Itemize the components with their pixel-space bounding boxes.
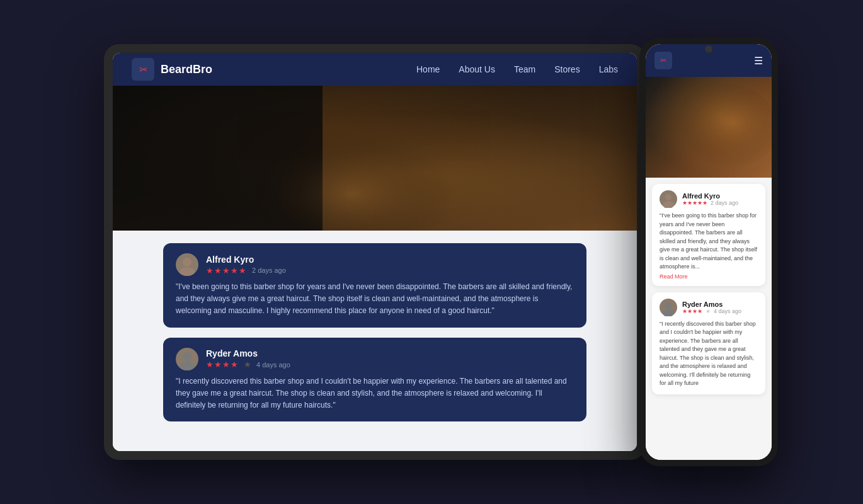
phone-reviews-section: Alfred Kyro ★★★★★ 2 days ago "I've been …: [646, 178, 772, 460]
scissors-icon: ✂: [139, 64, 147, 76]
phone-review-text-1: "I've been going to this barber shop for…: [660, 212, 758, 272]
tablet-screen: ✂ BeardBro Home About Us Team Stores Lab…: [113, 53, 637, 451]
review-meta-1: ★★★★★ 2 days ago: [206, 266, 574, 275]
svg-point-1: [183, 258, 191, 266]
phone-reviewer-name-2: Ryder Amos: [682, 301, 741, 308]
phone-review-header-2: Ryder Amos ★★★★★ 4 days ago: [660, 299, 758, 316]
review-date-2: 4 days ago: [256, 361, 290, 369]
phone-star-dim-2: ★: [706, 308, 711, 314]
review-card-1: Alfred Kyro ★★★★★ 2 days ago "I've been …: [163, 243, 586, 328]
brand-name: BeardBro: [161, 63, 212, 76]
tablet-reviews-section: Alfred Kyro ★★★★★ 2 days ago "I've been …: [113, 231, 637, 451]
avatar-icon-2: [176, 348, 198, 370]
review-meta-2: ★★★★★ 4 days ago: [206, 360, 574, 369]
reviewer-info-1: Alfred Kyro ★★★★★ 2 days ago: [206, 255, 574, 275]
brand-logo: ✂: [132, 58, 154, 81]
svg-point-8: [665, 302, 672, 309]
reviewer-name-1: Alfred Kyro: [206, 255, 574, 265]
phone-review-card-1: Alfred Kyro ★★★★★ 2 days ago "I've been …: [652, 184, 765, 286]
phone-review-meta-2: ★★★★★ 4 days ago: [682, 308, 741, 314]
phone-device: ✂ ☰: [639, 38, 778, 466]
phone-review-meta-1: ★★★★★ 2 days ago: [682, 200, 738, 206]
phone-avatar-1: [660, 190, 677, 208]
nav-about[interactable]: About Us: [459, 64, 495, 74]
nav-stores[interactable]: Stores: [554, 64, 580, 74]
avatar-icon-1: [176, 253, 198, 276]
hero-decoration: [113, 86, 637, 231]
review-header-1: Alfred Kyro ★★★★★ 2 days ago: [176, 253, 574, 276]
review-header-2: Ryder Amos ★★★★★ 4 days ago: [176, 348, 574, 370]
svg-point-0: [239, 111, 491, 231]
phone-reviewer-name-1: Alfred Kyro: [682, 192, 738, 200]
phone-review-text-2: "I recently discovered this barber shop …: [660, 320, 758, 388]
phone-stars-1: ★★★★★: [682, 200, 707, 206]
nav-team[interactable]: Team: [514, 64, 535, 74]
phone-review-card-2: Ryder Amos ★★★★★ 4 days ago "I recently …: [652, 292, 765, 394]
svg-point-2: [180, 267, 195, 276]
reviewer-info-2: Ryder Amos ★★★★★ 4 days ago: [206, 348, 574, 369]
phone-review-header-1: Alfred Kyro ★★★★★ 2 days ago: [660, 190, 758, 208]
svg-point-3: [183, 352, 191, 361]
svg-point-9: [663, 309, 674, 316]
hamburger-icon[interactable]: ☰: [754, 55, 763, 67]
tablet-device: ✂ BeardBro Home About Us Team Stores Lab…: [104, 44, 646, 460]
phone-screen: ✂ ☰: [646, 44, 772, 460]
hero-bg: [113, 86, 637, 231]
review-text-2: "I recently discovered this barber shop …: [176, 375, 574, 412]
svg-point-7: [663, 201, 674, 208]
svg-point-4: [180, 362, 195, 370]
phone-reviewer-info-2: Ryder Amos ★★★★★ 4 days ago: [682, 301, 741, 314]
nav-home[interactable]: Home: [416, 64, 440, 74]
brand: ✂ BeardBro: [132, 58, 212, 81]
phone-stars-2: ★★★★: [682, 308, 702, 314]
review-card-2: Ryder Amos ★★★★★ 4 days ago "I recently …: [163, 338, 586, 422]
phone-hero: [646, 77, 772, 178]
nav-labs[interactable]: Labs: [599, 64, 618, 74]
read-more-link-1[interactable]: Read More: [660, 273, 758, 280]
phone-date-1: 2 days ago: [711, 200, 738, 206]
avatar-1: [176, 253, 198, 276]
stars-1: ★★★★★: [206, 266, 247, 275]
phone-scissors-icon: ✂: [660, 56, 666, 65]
phone-avatar-2: [660, 299, 677, 316]
stars-2: ★★★★: [206, 360, 239, 369]
reviewer-name-2: Ryder Amos: [206, 348, 574, 358]
phone-notch: [705, 45, 712, 53]
svg-point-6: [665, 194, 672, 200]
svg-point-5: [665, 83, 772, 171]
star-dim-2: ★: [244, 360, 251, 369]
phone-date-2: 4 days ago: [714, 308, 741, 314]
tablet-navbar: ✂ BeardBro Home About Us Team Stores Lab…: [113, 53, 637, 86]
review-date-1: 2 days ago: [252, 266, 286, 274]
review-text-1: "I've been going to this barber shop for…: [176, 281, 574, 318]
avatar-2: [176, 348, 198, 370]
phone-avatar-icon-1: [660, 190, 677, 208]
scene: ✂ BeardBro Home About Us Team Stores Lab…: [85, 25, 778, 479]
phone-reviewer-info-1: Alfred Kyro ★★★★★ 2 days ago: [682, 192, 738, 206]
nav-links: Home About Us Team Stores Labs: [416, 64, 618, 74]
hero-image: [113, 86, 637, 231]
phone-avatar-icon-2: [660, 299, 677, 316]
phone-hero-svg: [646, 77, 772, 178]
phone-brand-logo: ✂: [654, 52, 672, 69]
